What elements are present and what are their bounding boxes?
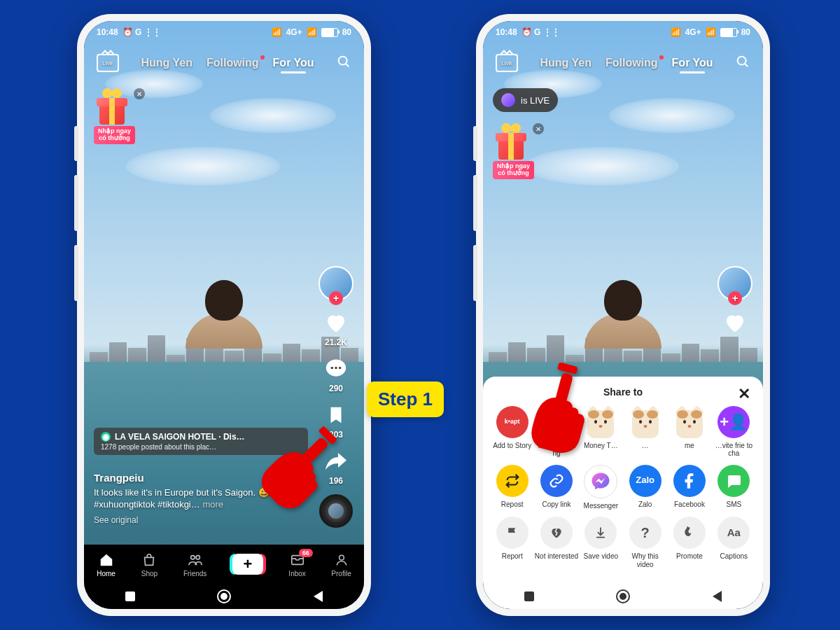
tab-local[interactable]: Hung Yen: [141, 57, 192, 69]
system-nav: [483, 584, 763, 609]
bookmark-icon: [323, 402, 349, 428]
repost-icon: [496, 465, 528, 497]
tab-for-you[interactable]: For You: [672, 57, 713, 69]
video-subject: [186, 280, 262, 371]
gift-box-icon: [94, 91, 130, 125]
share-row-people: k•aptAdd to Story T… Văn C…ng Money T… ……: [490, 406, 756, 458]
question-icon: ?: [629, 517, 662, 549]
share-invite-friends[interactable]: +👤…vite frie to cha: [712, 406, 756, 458]
video-caption: Trangpeiu It looks like it's in Europe b…: [94, 472, 308, 525]
save-button[interactable]: 803: [323, 402, 349, 440]
share-repost[interactable]: Repost: [490, 465, 534, 510]
tab-following[interactable]: Following: [606, 57, 658, 69]
share-not-interested[interactable]: Not interested: [534, 517, 578, 568]
live-icon[interactable]: LIVE: [496, 54, 518, 72]
back-icon[interactable]: [314, 591, 323, 602]
flame-icon: [673, 517, 706, 549]
location-title: LA VELA SAIGON HOTEL · Dis…: [115, 432, 245, 442]
nav-friends[interactable]: Friends: [183, 552, 206, 578]
gift-banner[interactable]: ✕ Nhập ngay có thưởng: [94, 91, 135, 144]
svg-point-11: [738, 57, 746, 65]
nav-profile[interactable]: Profile: [331, 552, 351, 578]
gift-banner[interactable]: ✕ Nhập ngay có thưởng: [493, 126, 534, 179]
recents-icon[interactable]: [524, 592, 534, 601]
share-button[interactable]: 196: [323, 448, 349, 486]
tab-local[interactable]: Hung Yen: [540, 57, 592, 69]
svg-point-4: [335, 367, 337, 369]
like-button[interactable]: [722, 309, 748, 336]
nav-inbox[interactable]: 66 Inbox: [288, 552, 305, 578]
inbox-badge: 66: [299, 549, 313, 557]
share-messenger[interactable]: Messenger: [579, 465, 623, 510]
sms-icon: [718, 465, 750, 497]
share-contact-2[interactable]: Money T…: [579, 406, 623, 458]
right-action-rail: + 21.2K 290 803 196: [316, 266, 356, 528]
see-original[interactable]: See original: [94, 515, 308, 525]
step-label: Step 1: [367, 382, 444, 417]
status-bar: 10:48 ⏰ G ⋮⋮ 📶 4G+ 📶 80: [84, 21, 364, 43]
nav-home[interactable]: Home: [97, 552, 115, 578]
share-save-video[interactable]: Save video: [579, 517, 623, 568]
home-sys-icon[interactable]: [616, 589, 630, 603]
volume-down-button: [473, 245, 477, 301]
volume-down-button: [74, 245, 78, 301]
share-contact-3[interactable]: …: [623, 406, 667, 458]
caption-text: It looks like it's in Europe but it's Sa…: [94, 487, 304, 510]
share-copy-link[interactable]: Copy link: [534, 465, 578, 510]
live-icon[interactable]: LIVE: [97, 54, 119, 72]
share-sheet: Share to ✕ k•aptAdd to Story T… Văn C…ng…: [483, 377, 763, 584]
volume-up-button: [473, 175, 477, 231]
share-facebook[interactable]: Facebook: [667, 465, 711, 510]
share-contact-1[interactable]: T… Văn C…ng: [534, 406, 578, 458]
is-live-pill[interactable]: is LIVE: [493, 88, 558, 112]
search-icon[interactable]: [735, 54, 750, 72]
share-report[interactable]: Report: [490, 517, 534, 568]
video-subject: [584, 280, 662, 371]
gift-close-icon[interactable]: ✕: [533, 123, 544, 134]
top-nav: LIVE Hung Yen Following For You: [84, 48, 364, 78]
share-contact-4[interactable]: me: [667, 406, 711, 458]
close-icon[interactable]: ✕: [738, 385, 750, 403]
like-button[interactable]: 21.2K: [323, 309, 349, 347]
nav-create[interactable]: +: [232, 554, 263, 575]
comment-button[interactable]: 290: [323, 356, 349, 393]
comment-count: 290: [329, 384, 343, 393]
live-avatar-icon: [501, 93, 515, 107]
gift-label: Nhập ngay có thưởng: [94, 126, 135, 144]
tab-following[interactable]: Following: [206, 57, 259, 69]
svg-point-3: [331, 367, 333, 369]
share-zalo[interactable]: ZaloZalo: [623, 465, 667, 510]
phone-right: 10:48 ⏰ G ⋮⋮ 📶4G+📶 80 LIVE Hung Yen Foll…: [476, 14, 770, 616]
creator-avatar[interactable]: +: [318, 266, 354, 301]
disc-icon: [319, 494, 353, 528]
link-icon: [540, 465, 573, 497]
cat-sticker-icon: [629, 406, 662, 438]
creator-avatar[interactable]: +: [718, 266, 752, 301]
recents-icon[interactable]: [125, 592, 135, 601]
tab-for-you[interactable]: For You: [273, 57, 314, 69]
share-sms[interactable]: SMS: [712, 465, 756, 510]
like-count: 21.2K: [325, 337, 347, 347]
share-why-this-video[interactable]: ?Why this video: [623, 517, 667, 568]
share-captions[interactable]: AaCaptions: [712, 517, 756, 568]
plus-icon: +: [232, 554, 263, 575]
right-action-rail: +: [715, 266, 755, 336]
search-icon[interactable]: [336, 54, 351, 72]
heart-icon: [323, 309, 349, 336]
gift-close-icon[interactable]: ✕: [134, 88, 145, 99]
cat-sticker-icon: [584, 406, 617, 438]
share-promote[interactable]: Promote: [667, 517, 711, 568]
nav-shop[interactable]: Shop: [141, 552, 158, 578]
back-icon[interactable]: [713, 591, 722, 602]
sound-disc[interactable]: [319, 494, 353, 528]
status-icons-left: ⏰ G ⋮⋮: [522, 27, 560, 37]
battery-icon: [720, 28, 737, 37]
caption-more[interactable]: more: [202, 499, 223, 510]
home-sys-icon[interactable]: [217, 589, 231, 603]
creator-username[interactable]: Trangpeiu: [94, 472, 308, 484]
top-nav: LIVE Hung Yen Following For You: [483, 48, 763, 78]
messenger-icon: [584, 465, 617, 498]
location-tag[interactable]: ◉LA VELA SAIGON HOTEL · Dis… 1278 people…: [94, 428, 308, 455]
share-add-to-story[interactable]: k•aptAdd to Story: [490, 406, 534, 458]
broken-heart-icon: [540, 517, 573, 549]
